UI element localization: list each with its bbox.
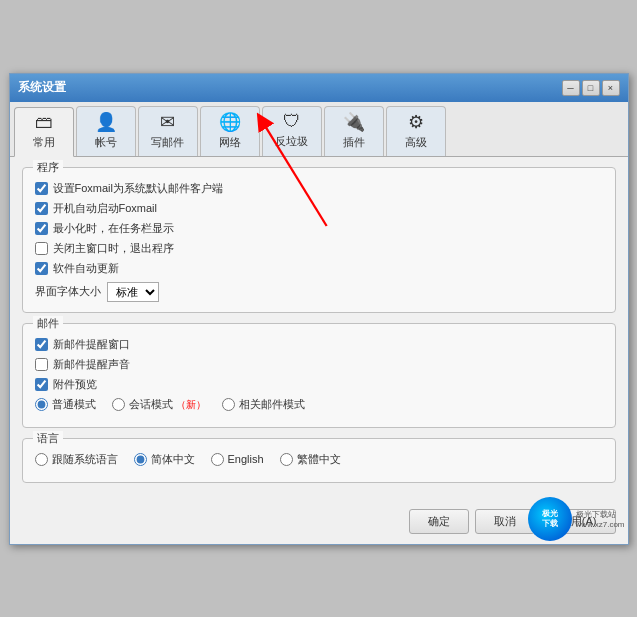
title-bar: 系统设置 ─ □ × [10, 74, 628, 102]
radio-lang-traditional[interactable] [280, 453, 293, 466]
minimize-button[interactable]: ─ [562, 80, 580, 96]
watermark-logo: 极光下载 [528, 497, 572, 541]
checkbox-auto-update[interactable] [35, 262, 48, 275]
tab-advanced[interactable]: ⚙ 高级 [386, 106, 446, 156]
label-notify-window: 新邮件提醒窗口 [53, 337, 130, 352]
mode-related[interactable]: 相关邮件模式 [222, 397, 305, 412]
label-close-quit: 关闭主窗口时，退出程序 [53, 241, 174, 256]
tab-antispam[interactable]: 🛡 反垃圾 [262, 106, 322, 156]
radio-conversation-mode[interactable] [112, 398, 125, 411]
watermark-site: 极光下载站 www.xz7.com [576, 509, 625, 529]
lang-english[interactable]: English [211, 453, 264, 466]
network-icon: 🌐 [219, 111, 241, 133]
lang-traditional[interactable]: 繁體中文 [280, 452, 341, 467]
program-section: 程序 设置Foxmail为系统默认邮件客户端 开机自动启动Foxmail 最小化… [22, 167, 616, 313]
label-auto-update: 软件自动更新 [53, 261, 119, 276]
close-button[interactable]: × [602, 80, 620, 96]
radio-lang-simplified[interactable] [134, 453, 147, 466]
checkbox-auto-start[interactable] [35, 202, 48, 215]
tab-antispam-label: 反垃圾 [275, 134, 308, 149]
mail-checkbox-row-3: 附件预览 [35, 377, 603, 392]
checkbox-default-client[interactable] [35, 182, 48, 195]
tab-common-label: 常用 [33, 135, 55, 150]
label-default-client: 设置Foxmail为系统默认邮件客户端 [53, 181, 224, 196]
tab-advanced-label: 高级 [405, 135, 427, 150]
mail-checkbox-row-1: 新邮件提醒窗口 [35, 337, 603, 352]
program-section-title: 程序 [33, 160, 63, 175]
label-related-mode: 相关邮件模式 [239, 397, 305, 412]
font-size-select[interactable]: 小 标准 大 [107, 282, 159, 302]
tab-compose[interactable]: ✉ 写邮件 [138, 106, 198, 156]
compose-icon: ✉ [160, 111, 175, 133]
language-section-title: 语言 [33, 431, 63, 446]
tab-network-label: 网络 [219, 135, 241, 150]
advanced-icon: ⚙ [408, 111, 424, 133]
label-conversation-mode: 会话模式 （新） [129, 397, 206, 412]
checkbox-row-3: 最小化时，在任务栏显示 [35, 221, 603, 236]
label-notify-sound: 新邮件提醒声音 [53, 357, 130, 372]
account-icon: 👤 [95, 111, 117, 133]
checkbox-close-quit[interactable] [35, 242, 48, 255]
mail-section: 邮件 新邮件提醒窗口 新邮件提醒声音 附件预览 [22, 323, 616, 428]
checkbox-attachment-preview[interactable] [35, 378, 48, 391]
mode-normal[interactable]: 普通模式 [35, 397, 96, 412]
label-auto-start: 开机自动启动Foxmail [53, 201, 158, 216]
checkbox-row-1: 设置Foxmail为系统默认邮件客户端 [35, 181, 603, 196]
radio-lang-english[interactable] [211, 453, 224, 466]
tab-bar: 🗃 常用 👤 帐号 ✉ 写邮件 🌐 网络 🛡 反垃圾 🔌 插件 [10, 102, 628, 157]
label-normal-mode: 普通模式 [52, 397, 96, 412]
font-size-label: 界面字体大小 [35, 284, 101, 299]
checkbox-notify-window[interactable] [35, 338, 48, 351]
checkbox-minimize-tray[interactable] [35, 222, 48, 235]
mail-section-title: 邮件 [33, 316, 63, 331]
font-size-row: 界面字体大小 小 标准 大 [35, 282, 603, 302]
system-settings-window: 系统设置 ─ □ × 🗃 常用 👤 帐号 ✉ 写邮件 🌐 网 [9, 73, 629, 545]
mode-conversation[interactable]: 会话模式 （新） [112, 397, 206, 412]
label-lang-english: English [228, 453, 264, 465]
tab-common[interactable]: 🗃 常用 [14, 107, 74, 157]
lang-system[interactable]: 跟随系统语言 [35, 452, 118, 467]
language-row: 跟随系统语言 简体中文 English 繁體中文 [35, 452, 603, 467]
watermark: 极光下载 极光下载站 www.xz7.com [528, 497, 625, 541]
label-lang-system: 跟随系统语言 [52, 452, 118, 467]
radio-lang-system[interactable] [35, 453, 48, 466]
mail-mode-row: 普通模式 会话模式 （新） 相关邮件模式 [35, 397, 603, 412]
checkbox-notify-sound[interactable] [35, 358, 48, 371]
tab-account[interactable]: 👤 帐号 [76, 106, 136, 156]
confirm-button[interactable]: 确定 [409, 509, 469, 534]
cancel-button[interactable]: 取消 [475, 509, 535, 534]
tab-account-label: 帐号 [95, 135, 117, 150]
radio-related-mode[interactable] [222, 398, 235, 411]
common-icon: 🗃 [35, 112, 53, 133]
tab-plugins[interactable]: 🔌 插件 [324, 106, 384, 156]
tab-plugins-label: 插件 [343, 135, 365, 150]
mail-checkbox-row-2: 新邮件提醒声音 [35, 357, 603, 372]
label-lang-simplified: 简体中文 [151, 452, 195, 467]
label-minimize-tray: 最小化时，在任务栏显示 [53, 221, 174, 236]
label-attachment-preview: 附件预览 [53, 377, 97, 392]
radio-normal-mode[interactable] [35, 398, 48, 411]
antispam-icon: 🛡 [283, 111, 301, 132]
window-controls: ─ □ × [562, 80, 620, 96]
label-lang-traditional: 繁體中文 [297, 452, 341, 467]
content-area: 程序 设置Foxmail为系统默认邮件客户端 开机自动启动Foxmail 最小化… [10, 157, 628, 503]
checkbox-row-2: 开机自动启动Foxmail [35, 201, 603, 216]
window-title: 系统设置 [18, 79, 66, 96]
new-badge: （新） [176, 399, 206, 410]
checkbox-row-5: 软件自动更新 [35, 261, 603, 276]
plugins-icon: 🔌 [343, 111, 365, 133]
tab-compose-label: 写邮件 [151, 135, 184, 150]
language-section: 语言 跟随系统语言 简体中文 English [22, 438, 616, 483]
maximize-button[interactable]: □ [582, 80, 600, 96]
checkbox-row-4: 关闭主窗口时，退出程序 [35, 241, 603, 256]
lang-simplified[interactable]: 简体中文 [134, 452, 195, 467]
tab-network[interactable]: 🌐 网络 [200, 106, 260, 156]
